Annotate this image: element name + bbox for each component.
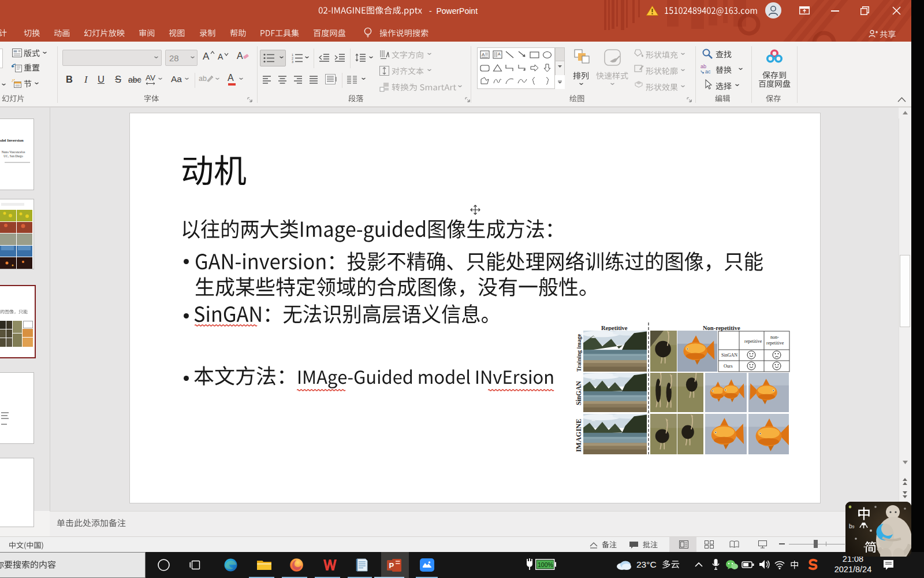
svg-text:Non-repetitive: Non-repetitive (703, 325, 740, 331)
svg-text:repetitive: repetitive (766, 340, 784, 346)
svg-text:repetitive: repetitive (744, 339, 762, 344)
svg-text:Training image: Training image (576, 334, 582, 372)
svg-text:SinGAN: SinGAN (721, 353, 737, 358)
svg-text:non-: non- (770, 335, 779, 340)
svg-text:IMAGINE: IMAGINE (575, 418, 583, 452)
svg-text:Repetitive: Repetitive (601, 325, 628, 331)
svg-text:SinGAN: SinGAN (575, 381, 582, 405)
svg-text:P: P (389, 561, 394, 570)
svg-text:A: A (482, 52, 485, 57)
svg-text:A: A (498, 52, 501, 56)
svg-text:3: 3 (292, 60, 293, 63)
svg-text:ac: ac (705, 69, 711, 75)
svg-text:Ours: Ours (724, 364, 733, 369)
svg-text:100%: 100% (538, 561, 553, 568)
